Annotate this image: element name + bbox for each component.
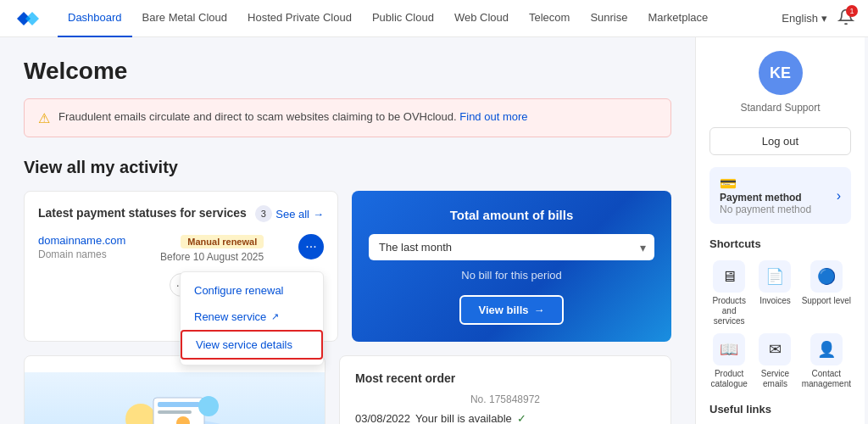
nav-bar: DashboardBare Metal CloudHosted Private … bbox=[0, 0, 868, 37]
shortcut-icon-4: ✉ bbox=[759, 333, 791, 365]
service-type: Domain names bbox=[38, 248, 125, 260]
shortcut-item-0[interactable]: 🖥 Products and services bbox=[709, 260, 748, 326]
chevron-down-icon: ▾ bbox=[821, 12, 827, 25]
period-select[interactable]: The last month bbox=[369, 234, 654, 260]
payment-status-card: Latest payment statuses for services 3 S… bbox=[24, 191, 338, 342]
shortcut-item-2[interactable]: 🔵 Support level bbox=[802, 260, 851, 326]
activity-title: View all my activity bbox=[24, 158, 671, 177]
check-icon: ✓ bbox=[517, 412, 526, 424]
warning-icon: ⚠ bbox=[38, 110, 50, 126]
main-layout: Welcome ⚠ Fraudulent emails circulate an… bbox=[0, 37, 868, 424]
shortcut-item-4[interactable]: ✉ Service emails bbox=[755, 333, 794, 389]
welcome-title: Welcome bbox=[24, 58, 671, 85]
alert-text: Fraudulent emails circulate and direct t… bbox=[58, 109, 528, 125]
badge-date-group: Manual renewal Before 10 August 2025 bbox=[160, 234, 264, 263]
configure-renewal-item[interactable]: Configure renewal bbox=[181, 277, 323, 304]
panels-row: Latest payment statuses for services 3 S… bbox=[24, 191, 671, 342]
alert-link[interactable]: Find out more bbox=[459, 110, 527, 123]
svg-rect-3 bbox=[158, 402, 200, 407]
payment-method-info: 💳 Payment method No payment method bbox=[720, 176, 811, 215]
logout-button[interactable]: Log out bbox=[709, 127, 851, 155]
card-header: Latest payment statuses for services 3 S… bbox=[38, 205, 324, 222]
order-card: Most recent order No. 175848972 03/08/20… bbox=[339, 355, 671, 424]
svg-point-1 bbox=[125, 404, 156, 424]
dropdown-menu: Configure renewal Renew service ↗ View s… bbox=[180, 271, 324, 365]
avatar: KE bbox=[759, 51, 803, 95]
bottom-row: Most recent order No. 175848972 03/08/20… bbox=[24, 355, 671, 424]
count-badge: 3 bbox=[255, 205, 272, 222]
nav-link-web-cloud[interactable]: Web Cloud bbox=[444, 0, 519, 37]
configure-renewal-label: Configure renewal bbox=[194, 284, 284, 297]
shortcut-label-1: Invoices bbox=[760, 296, 791, 306]
nav-link-hosted-private-cloud[interactable]: Hosted Private Cloud bbox=[237, 0, 362, 37]
illustration-card bbox=[24, 355, 326, 424]
illustration-image bbox=[25, 372, 325, 424]
credit-card-icon: 💳 bbox=[720, 176, 737, 191]
logo[interactable] bbox=[14, 8, 41, 29]
shortcut-item-1[interactable]: 📄 Invoices bbox=[755, 260, 794, 326]
view-bills-button[interactable]: View bills → bbox=[459, 295, 563, 325]
shortcut-label-3: Product catalogue bbox=[709, 369, 748, 389]
alert-banner: ⚠ Fraudulent emails circulate and direct… bbox=[24, 98, 671, 137]
card-title: Latest payment statuses for services bbox=[38, 206, 247, 220]
no-bill-text: No bill for this period bbox=[369, 269, 654, 282]
external-link-icon: ↗ bbox=[271, 311, 279, 322]
bills-title: Total amount of bills bbox=[369, 208, 654, 222]
see-all-link[interactable]: See all → bbox=[275, 208, 324, 220]
renew-service-label: Renew service bbox=[194, 310, 266, 323]
shortcut-icon-2: 🔵 bbox=[810, 260, 843, 293]
nav-link-dashboard[interactable]: Dashboard bbox=[58, 0, 132, 37]
three-dots-button[interactable]: ··· bbox=[298, 234, 324, 259]
profile-section: KE Standard Support bbox=[709, 51, 851, 114]
renew-service-item[interactable]: Renew service ↗ bbox=[181, 304, 323, 330]
shortcut-label-4: Service emails bbox=[755, 369, 794, 389]
order-date: 03/08/2022 Your bill is available ✓ bbox=[355, 412, 655, 424]
bills-card: Total amount of bills The last month No … bbox=[352, 191, 671, 342]
shortcut-icon-1: 📄 bbox=[759, 260, 791, 293]
content-area: Welcome ⚠ Fraudulent emails circulate an… bbox=[0, 37, 695, 424]
nav-link-marketplace[interactable]: Marketplace bbox=[637, 0, 718, 37]
notifications-button[interactable]: 1 bbox=[837, 8, 854, 28]
order-title: Most recent order bbox=[355, 371, 655, 385]
renewal-badge: Manual renewal bbox=[181, 235, 264, 248]
shortcut-icon-5: 👤 bbox=[810, 333, 843, 365]
nav-link-sunrise[interactable]: Sunrise bbox=[580, 0, 637, 37]
nav-link-telecom[interactable]: Telecom bbox=[519, 0, 580, 37]
shortcut-item-5[interactable]: 👤 Contact management bbox=[802, 333, 851, 389]
nav-right: English ▾ 1 bbox=[782, 8, 854, 28]
svg-point-5 bbox=[198, 396, 219, 416]
payment-method-value: No payment method bbox=[720, 204, 811, 215]
shortcut-label-2: Support level bbox=[802, 296, 851, 306]
service-area: domainname.com Domain names Manual renew… bbox=[38, 234, 324, 263]
shortcut-item-3[interactable]: 📖 Product catalogue bbox=[709, 333, 748, 389]
nav-link-bare-metal-cloud[interactable]: Bare Metal Cloud bbox=[132, 0, 237, 37]
service-info: domainname.com Domain names bbox=[38, 234, 125, 260]
arrow-right-icon: → bbox=[534, 304, 545, 316]
arrow-right-icon: › bbox=[837, 188, 841, 204]
arrow-right-icon: → bbox=[313, 208, 324, 220]
sidebar: KE Standard Support Log out 💳 Payment me… bbox=[695, 37, 865, 424]
view-service-details-item[interactable]: View service details bbox=[181, 330, 323, 360]
service-name[interactable]: domainname.com bbox=[38, 234, 125, 247]
notification-badge: 1 bbox=[846, 5, 858, 17]
shortcut-label-5: Contact management bbox=[802, 369, 851, 389]
payment-method-section[interactable]: 💳 Payment method No payment method › bbox=[709, 167, 851, 224]
shortcuts-grid: 🖥 Products and services 📄 Invoices 🔵 Sup… bbox=[709, 260, 851, 389]
payment-method-title: Payment method bbox=[720, 192, 811, 204]
view-service-details-label: View service details bbox=[196, 338, 292, 351]
shortcut-label-0: Products and services bbox=[709, 296, 748, 326]
language-selector[interactable]: English ▾ bbox=[782, 12, 827, 25]
shortcuts-title: Shortcuts bbox=[709, 237, 851, 250]
order-number: No. 175848972 bbox=[355, 393, 655, 405]
shortcut-icon-3: 📖 bbox=[713, 333, 745, 365]
service-row: domainname.com Domain names Manual renew… bbox=[38, 234, 324, 263]
nav-links: DashboardBare Metal CloudHosted Private … bbox=[58, 0, 782, 37]
svg-rect-4 bbox=[158, 410, 192, 414]
dropdown-wrapper: Configure renewal Renew service ↗ View s… bbox=[180, 265, 324, 365]
support-label: Standard Support bbox=[709, 102, 851, 114]
shortcut-icon-0: 🖥 bbox=[713, 260, 745, 293]
useful-links-title: Useful links bbox=[709, 403, 851, 416]
nav-link-public-cloud[interactable]: Public Cloud bbox=[362, 0, 444, 37]
service-date: Before 10 August 2025 bbox=[160, 251, 264, 263]
period-select-wrapper: The last month bbox=[369, 234, 654, 260]
